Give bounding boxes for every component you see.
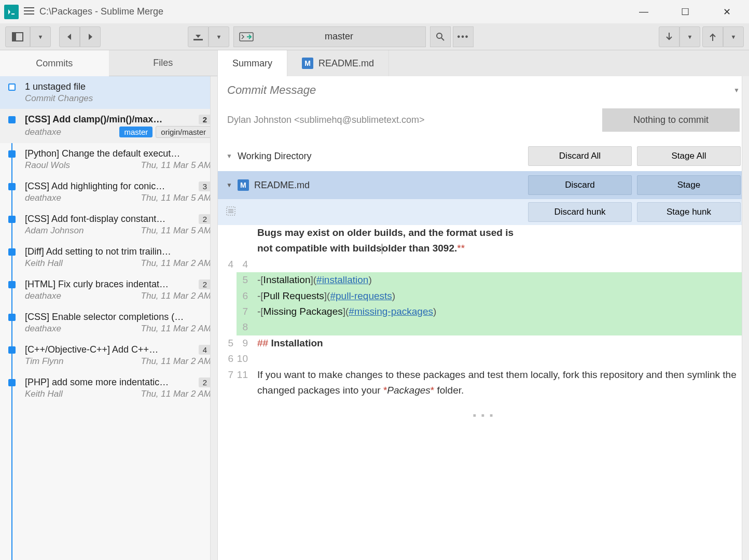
toolbar: ▼ ▼ master ••• ▼ ▼: [0, 23, 749, 50]
push-button[interactable]: [702, 26, 723, 47]
sidebar: Commits Files 1 unstaged file Commit Cha…: [0, 50, 218, 560]
svg-rect-6: [12, 33, 16, 41]
tab-commits[interactable]: Commits: [0, 50, 109, 76]
chevron-down-icon: ▼: [226, 181, 232, 189]
pull-button[interactable]: [659, 26, 679, 47]
commit-message-input[interactable]: [227, 83, 740, 97]
svg-rect-3: [24, 10, 34, 11]
svg-line-13: [441, 38, 444, 40]
svg-marker-7: [67, 34, 71, 40]
commit-message-area: ▼: [218, 76, 749, 104]
hunk-row: Discard hunk Stage hunk: [218, 199, 749, 225]
stage-button[interactable]: Stage: [637, 175, 741, 195]
close-icon[interactable]: ✕: [719, 6, 734, 18]
search-button[interactable]: [430, 26, 451, 47]
commit-msg-dropdown-icon[interactable]: ▼: [733, 87, 740, 94]
minimize-icon[interactable]: —: [636, 6, 651, 18]
svg-point-12: [437, 33, 442, 38]
branch-selector[interactable]: master: [233, 26, 426, 47]
svg-rect-4: [24, 13, 34, 15]
branch-name: master: [258, 31, 420, 42]
sidebar-toggle-button[interactable]: [5, 26, 30, 47]
commit-item[interactable]: [PHP] add some more indentatic…2 Keith H…: [0, 372, 217, 404]
uncommitted-line2: Commit Changes: [25, 93, 93, 104]
commit-item[interactable]: [CSS] Enable selector completions (… dea…: [0, 306, 217, 339]
svg-rect-9: [193, 39, 203, 40]
commit-item[interactable]: [CSS] Add font-display constant…2 Adam J…: [0, 208, 217, 241]
stash-dropdown[interactable]: ▼: [209, 26, 229, 47]
commit-item[interactable]: [Diff] Add setting to not trim trailin… …: [0, 241, 217, 274]
svg-marker-0: [8, 9, 10, 15]
commit-item[interactable]: [C++/Objective-C++] Add C++…4 Tim FlynnT…: [0, 339, 217, 372]
chevron-down-icon: ▼: [226, 152, 232, 160]
branch-tag-origin: origin/master: [156, 126, 211, 138]
uncommitted-changes-item[interactable]: 1 unstaged file Commit Changes: [0, 76, 217, 109]
nav-back-button[interactable]: [59, 26, 80, 47]
titlebar: C:\Packages - Sublime Merge — ☐ ✕: [0, 0, 749, 23]
svg-marker-8: [89, 34, 92, 40]
sidebar-toggle-dropdown[interactable]: ▼: [30, 26, 51, 47]
tab-file[interactable]: M README.md: [287, 50, 389, 76]
branch-tag-master: master: [119, 127, 152, 137]
commit-item[interactable]: [Python] Change the default execut… Raou…: [0, 143, 217, 176]
working-directory-header[interactable]: ▼ Working Directory Discard All Stage Al…: [218, 141, 749, 171]
modified-icon: M: [238, 179, 249, 191]
app-icon: [4, 5, 19, 19]
commit-item[interactable]: [CSS] Add highlighting for conic…3 death…: [0, 176, 217, 208]
tab-files[interactable]: Files: [109, 50, 218, 76]
commit-author: Dylan Johnston <sublimehq@sublimetext.co…: [227, 115, 596, 125]
stash-button[interactable]: [188, 26, 209, 47]
hunk-icon: [226, 206, 235, 218]
main-panel: Summary M README.md ▼ Dylan Johnston <su…: [218, 50, 749, 560]
hamburger-icon[interactable]: [24, 7, 34, 17]
window-title: C:\Packages - Sublime Merge: [39, 6, 163, 17]
push-dropdown[interactable]: ▼: [723, 26, 744, 47]
commit-item[interactable]: [CSS] Add clamp()/min()/max…2 deathaxema…: [0, 109, 217, 143]
commit-button[interactable]: Nothing to commit: [602, 108, 740, 132]
uncommitted-line1: 1 unstaged file: [25, 81, 211, 92]
discard-all-button[interactable]: Discard All: [528, 146, 632, 166]
svg-marker-10: [196, 35, 201, 38]
file-row[interactable]: ▼ M README.md Discard Stage: [218, 171, 749, 199]
main-minimap[interactable]: [742, 76, 749, 560]
diff-view[interactable]: Bugs may exist on older builds, and the …: [218, 225, 749, 560]
svg-rect-2: [24, 7, 34, 8]
terminal-icon: [239, 32, 254, 41]
pull-dropdown[interactable]: ▼: [679, 26, 700, 47]
diff-ellipsis-icon: ▪ ▪ ▪: [218, 398, 749, 432]
stage-all-button[interactable]: Stage All: [637, 146, 741, 166]
maximize-icon[interactable]: ☐: [677, 6, 693, 18]
sidebar-minimap[interactable]: [210, 76, 217, 560]
tab-summary[interactable]: Summary: [218, 50, 287, 76]
svg-rect-1: [11, 13, 15, 15]
discard-hunk-button[interactable]: Discard hunk: [528, 202, 632, 222]
commit-list[interactable]: 1 unstaged file Commit Changes [CSS] Add…: [0, 76, 217, 560]
nav-forward-button[interactable]: [80, 26, 101, 47]
modified-icon: M: [302, 58, 313, 69]
discard-button[interactable]: Discard: [528, 175, 632, 195]
more-button[interactable]: •••: [453, 26, 474, 47]
stage-hunk-button[interactable]: Stage hunk: [637, 202, 741, 222]
commit-item[interactable]: [HTML] Fix curly braces indentat…2 death…: [0, 274, 217, 306]
